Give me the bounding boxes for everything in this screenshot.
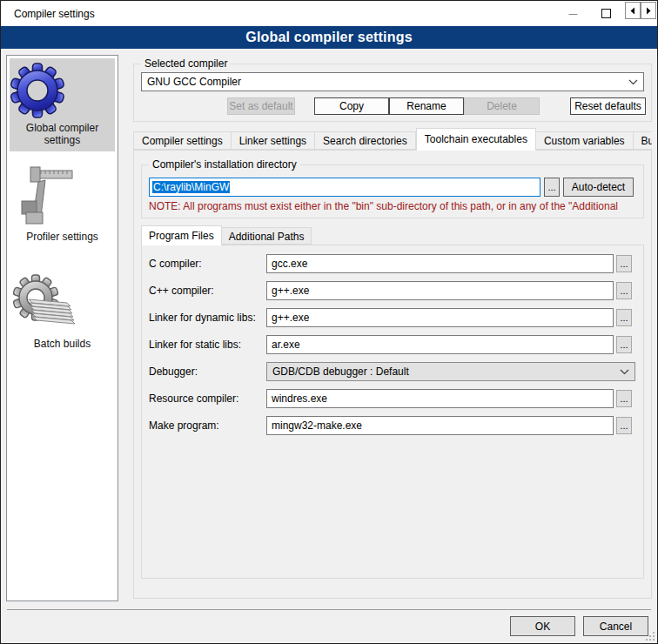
c-compiler-browse-button[interactable]: ... (616, 255, 632, 272)
sidebar-item-label: Batch builds (10, 338, 115, 350)
form-row-dynamic-linker: Linker for dynamic libs: ... (149, 308, 632, 327)
selected-compiler-legend: Selected compiler (141, 57, 231, 70)
static-linker-input[interactable] (266, 335, 614, 354)
sidebar-item-label: Global compiler settings (10, 122, 115, 146)
cpp-compiler-label: C++ compiler: (149, 285, 266, 297)
maximize-button[interactable] (589, 1, 622, 26)
form-row-resource-compiler: Resource compiler: ... (149, 389, 632, 408)
tab-linker-settings[interactable]: Linker settings (232, 131, 315, 150)
static-linker-label: Linker for static libs: (149, 339, 266, 351)
gear-stack-icon (10, 272, 115, 334)
resize-grip[interactable] (645, 631, 655, 641)
make-program-input[interactable] (266, 416, 614, 435)
auto-detect-button[interactable]: Auto-detect (563, 178, 634, 197)
make-program-label: Make program: (149, 419, 266, 432)
installation-directory-browse-button[interactable]: ... (544, 178, 560, 197)
installation-directory-legend: Compiler's installation directory (149, 158, 300, 171)
dynamic-linker-label: Linker for dynamic libs: (149, 312, 266, 324)
chevron-down-icon (620, 369, 629, 375)
c-compiler-label: C compiler: (149, 258, 266, 270)
tab-scroll-left-button[interactable] (625, 2, 641, 19)
copy-button[interactable]: Copy (314, 97, 389, 115)
window-title: Compiler settings (14, 8, 95, 20)
sidebar-item-label: Profiler settings (10, 231, 115, 243)
dialog-header: Global compiler settings (1, 26, 657, 49)
footer-divider (7, 609, 651, 610)
cpp-compiler-browse-button[interactable]: ... (616, 282, 632, 299)
installation-directory-input[interactable]: C:\raylib\MinGW (149, 178, 540, 197)
ok-button[interactable]: OK (510, 616, 575, 636)
form-row-static-linker: Linker for static libs: ... (149, 335, 632, 354)
cancel-button[interactable]: Cancel (583, 616, 648, 636)
resource-compiler-browse-button[interactable]: ... (616, 390, 632, 407)
form-row-make-program: Make program: ... (149, 416, 632, 435)
arrow-right-icon (645, 7, 652, 15)
tab-search-directories[interactable]: Search directories (315, 131, 416, 150)
compiler-select-value: GNU GCC Compiler (147, 76, 241, 88)
set-as-default-button[interactable]: Set as default (227, 97, 295, 115)
debugger-select-value: GDB/CDB debugger : Default (272, 366, 409, 378)
static-linker-browse-button[interactable]: ... (616, 336, 632, 353)
c-compiler-input[interactable] (266, 254, 614, 273)
delete-button[interactable]: Delete (464, 97, 540, 115)
tab-scroll-right-button[interactable] (641, 2, 656, 19)
titlebar: Compiler settings (1, 1, 657, 26)
blue-gear-icon (10, 63, 115, 118)
form-row-c-compiler: C compiler: ... (149, 254, 632, 273)
debugger-label: Debugger: (149, 366, 266, 378)
rename-button[interactable]: Rename (389, 97, 464, 115)
chevron-down-icon (628, 79, 638, 85)
tab-compiler-settings[interactable]: Compiler settings (133, 131, 232, 150)
toolchain-executables-panel: Compiler's installation directory C:\ray… (133, 150, 652, 599)
cpp-compiler-input[interactable] (266, 281, 614, 300)
tab-toolchain-executables[interactable]: Toolchain executables (416, 128, 536, 151)
compiler-settings-dialog: Compiler settings Global compiler settin… (0, 0, 658, 644)
selected-compiler-group: Selected compiler GNU GCC Compiler Set a… (133, 64, 652, 122)
subtab-additional-paths[interactable]: Additional Paths (222, 227, 312, 245)
sidebar-item-batch-builds[interactable]: Batch builds (10, 267, 115, 355)
dynamic-linker-browse-button[interactable]: ... (616, 309, 632, 326)
form-row-cpp-compiler: C++ compiler: ... (149, 281, 632, 300)
minimize-icon (568, 9, 578, 18)
minimize-button[interactable] (556, 1, 589, 26)
debugger-select[interactable]: GDB/CDB debugger : Default (266, 362, 635, 381)
subtab-program-files[interactable]: Program Files (141, 225, 222, 245)
sidebar-item-global-compiler-settings[interactable]: Global compiler settings (10, 58, 115, 151)
main-tabs: Compiler settings Linker settings Search… (133, 128, 652, 150)
note-text: NOTE: All programs must exist either in … (149, 200, 642, 212)
program-files-panel: C compiler: ... C++ compiler: ... Linker… (141, 245, 644, 579)
make-program-browse-button[interactable]: ... (616, 417, 632, 434)
compiler-actions: Set as default Copy Rename Delete Reset … (141, 97, 646, 115)
installation-directory-group: Compiler's installation directory C:\ray… (141, 164, 644, 218)
tab-build-options[interactable]: Build (634, 131, 652, 150)
reset-defaults-button[interactable]: Reset defaults (570, 97, 646, 115)
sidebar-item-profiler-settings[interactable]: Profiler settings (10, 158, 115, 248)
compiler-select[interactable]: GNU GCC Compiler (141, 72, 644, 91)
installation-directory-row: C:\raylib\MinGW ... Auto-detect (149, 178, 639, 197)
sub-tabs: Program Files Additional Paths (141, 225, 312, 245)
selected-path-text: C:\raylib\MinGW (152, 181, 230, 193)
resource-compiler-input[interactable] (266, 389, 614, 408)
sidebar: Global compiler settings Profiler settin… (6, 55, 118, 601)
tab-custom-variables[interactable]: Custom variables (536, 131, 634, 150)
resource-compiler-label: Resource compiler: (149, 392, 266, 405)
caliper-icon (10, 163, 115, 227)
arrow-left-icon (629, 7, 636, 15)
form-row-debugger: Debugger: GDB/CDB debugger : Default (149, 362, 632, 381)
dynamic-linker-input[interactable] (266, 308, 614, 327)
page-title: Global compiler settings (245, 30, 413, 45)
maximize-icon (601, 9, 611, 18)
